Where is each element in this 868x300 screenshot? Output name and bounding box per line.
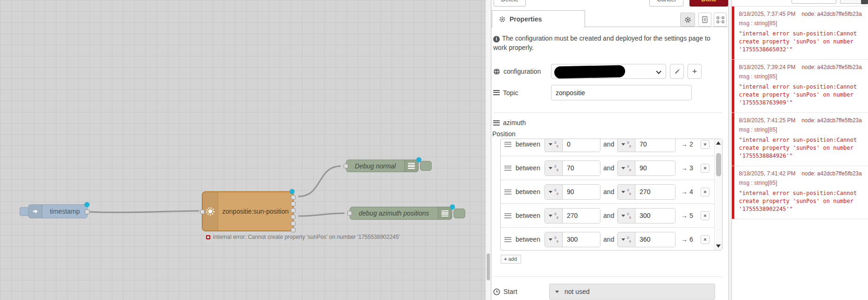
rule-to-input[interactable] [635, 161, 675, 175]
number-type-icon: 09 [627, 188, 631, 196]
debug-timestamp: 8/18/2025, 7:39:24 PM [739, 64, 795, 70]
debug-list-icon [404, 160, 418, 172]
sun-icon [203, 192, 218, 230]
type-select-button[interactable]: 09 [618, 139, 635, 152]
remove-rule-button[interactable]: × [701, 211, 710, 220]
wire[interactable] [298, 166, 341, 196]
debug-message: 8/18/2025, 7:41:25 PMnode: a42dcb7ffe5fb… [732, 113, 868, 166]
rule-from-input[interactable] [563, 161, 600, 175]
rule-op-label: between [516, 140, 544, 148]
topic-label: Topic [493, 89, 518, 97]
canvas-scrollbar[interactable] [486, 0, 491, 300]
rule-from-input[interactable] [563, 209, 600, 223]
drag-handle-icon[interactable] [504, 189, 511, 195]
type-select-button[interactable]: 09 [545, 209, 563, 223]
changed-indicator [84, 202, 90, 207]
output-port[interactable] [85, 209, 90, 214]
number-type-icon: 09 [627, 236, 631, 244]
node-debug-normal[interactable]: Debug normal [346, 160, 419, 172]
debug-filter-input[interactable] [792, 0, 836, 4]
delete-button[interactable]: Delete [494, 0, 526, 7]
drag-handle-icon[interactable] [504, 213, 511, 218]
node-sun-position[interactable]: zonpositie:sun-position [202, 191, 294, 231]
tab-label: Properties [510, 15, 542, 23]
node-timestamp[interactable]: timestamp [28, 204, 88, 218]
node-settings-button[interactable] [680, 13, 695, 27]
description-button[interactable] [698, 13, 711, 27]
type-select-button[interactable]: 09 [618, 209, 635, 223]
caret-down-icon [549, 238, 552, 241]
type-select-button[interactable]: 09 [618, 232, 635, 247]
wire[interactable] [298, 213, 344, 216]
rules-scrollbar-thumb[interactable] [716, 153, 721, 176]
plus-icon: + [504, 256, 507, 262]
type-select-button[interactable]: 09 [545, 161, 563, 175]
arrow-right-icon: → [681, 164, 688, 172]
rules-scrollbar[interactable] [714, 139, 722, 250]
scroll-down-button[interactable] [715, 242, 722, 250]
remove-rule-button[interactable]: × [701, 188, 710, 196]
drag-handle-icon[interactable] [504, 166, 511, 171]
type-select-button[interactable]: 09 [545, 232, 563, 247]
rule-to-input[interactable] [635, 185, 675, 199]
output-port-3[interactable] [291, 208, 296, 213]
type-select-button[interactable]: 09 [545, 139, 563, 152]
input-port[interactable] [347, 211, 352, 216]
debug-enable-toggle[interactable] [420, 161, 432, 171]
output-port-4[interactable] [291, 215, 296, 219]
debug-toolbar-button[interactable] [840, 0, 862, 4]
input-port[interactable] [344, 164, 348, 168]
type-select-button[interactable]: 09 [618, 185, 635, 199]
panel-divider[interactable] [728, 0, 732, 300]
rule-to-input[interactable] [635, 232, 675, 247]
output-port-1[interactable] [291, 195, 296, 200]
drag-handle-icon[interactable] [504, 237, 511, 242]
rule-from-input[interactable] [563, 185, 600, 199]
rule-and-label: and [600, 188, 617, 195]
rule-output-label: → 5 [681, 212, 699, 219]
rule-from-input[interactable] [563, 232, 600, 247]
remove-rule-button[interactable]: × [701, 235, 710, 244]
done-button[interactable]: Done [689, 0, 728, 7]
type-select-button[interactable]: 09 [545, 185, 563, 199]
configuration-select[interactable] [551, 64, 666, 79]
tab-properties[interactable]: Properties [492, 10, 585, 28]
topic-input[interactable] [551, 85, 692, 100]
arrow-right-icon: → [681, 212, 688, 219]
rule-op-label: between [516, 212, 544, 219]
edit-config-button[interactable] [670, 64, 684, 79]
input-port[interactable] [200, 209, 205, 214]
type-select-button[interactable]: 09 [618, 161, 635, 175]
start-select[interactable]: not used [549, 284, 715, 300]
output-port-5[interactable] [291, 221, 296, 226]
add-rule-button[interactable]: + add [501, 255, 521, 264]
list-bars-icon [493, 120, 500, 126]
wire[interactable] [90, 211, 199, 212]
inject-trigger-button[interactable] [20, 207, 28, 216]
rule-from-input[interactable] [563, 139, 600, 152]
edit-tray: Delete Cancel Done Properties [491, 0, 728, 300]
output-port-6[interactable] [291, 228, 296, 232]
add-config-button[interactable]: + [688, 64, 702, 79]
drag-handle-icon[interactable] [504, 142, 511, 147]
globe-icon [493, 68, 500, 75]
output-port-2[interactable] [291, 202, 296, 206]
debug-enable-toggle[interactable] [454, 209, 465, 218]
remove-rule-button[interactable]: × [701, 164, 710, 173]
rule-to-input[interactable] [635, 139, 675, 152]
flow-canvas[interactable]: timestamp zonpositie:sun-position [0, 0, 486, 300]
triangle-down-icon [716, 244, 721, 248]
canvas-scrollbar-thumb[interactable] [487, 253, 490, 280]
scroll-up-button[interactable] [715, 139, 722, 147]
plus-icon: + [692, 67, 697, 76]
number-type-icon: 09 [554, 164, 558, 172]
number-type-icon: 09 [627, 212, 631, 220]
appearance-button[interactable] [714, 13, 727, 27]
debug-menu-icon[interactable] [861, 0, 868, 4]
remove-rule-button[interactable]: × [701, 140, 710, 149]
rule-and-label: and [600, 140, 617, 148]
pencil-icon [674, 69, 680, 75]
cancel-button[interactable]: Cancel [649, 0, 683, 7]
node-debug-azimuth-positions[interactable]: debug azimuth positions [350, 207, 452, 220]
rule-to-input[interactable] [635, 209, 675, 223]
